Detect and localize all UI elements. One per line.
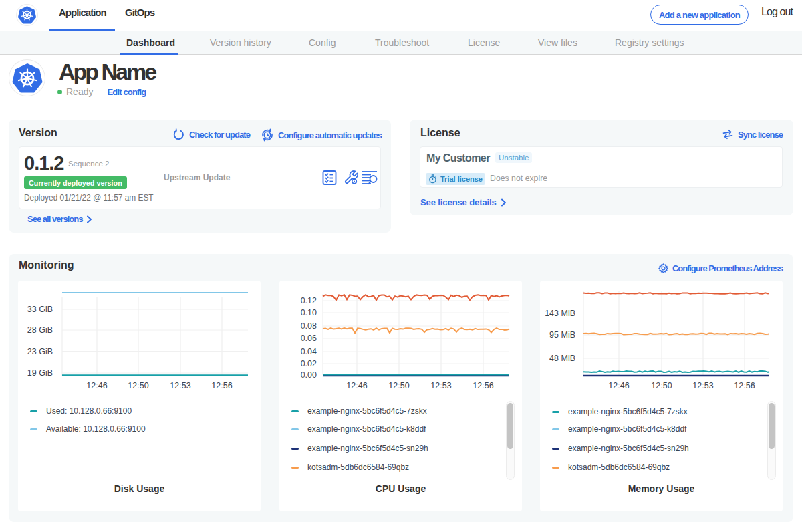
svg-text:28 GiB: 28 GiB xyxy=(27,325,53,335)
svg-text:0.04: 0.04 xyxy=(301,347,317,356)
svg-text:12:50: 12:50 xyxy=(388,381,409,390)
svg-text:12:53: 12:53 xyxy=(692,381,713,390)
svg-text:19 GiB: 19 GiB xyxy=(27,368,53,378)
svg-text:12:56: 12:56 xyxy=(734,381,755,390)
svg-text:143 MiB: 143 MiB xyxy=(545,309,575,318)
svg-text:12:53: 12:53 xyxy=(170,381,190,390)
svg-text:0.02: 0.02 xyxy=(301,359,317,368)
svg-text:0.00: 0.00 xyxy=(301,370,317,380)
svg-text:12:50: 12:50 xyxy=(651,381,672,390)
svg-text:95 MiB: 95 MiB xyxy=(549,330,575,340)
svg-text:12:50: 12:50 xyxy=(128,381,148,390)
svg-text:0.06: 0.06 xyxy=(301,334,317,343)
svg-text:12:46: 12:46 xyxy=(608,381,629,390)
svg-text:12:56: 12:56 xyxy=(473,381,493,390)
svg-text:0.10: 0.10 xyxy=(301,308,317,317)
svg-text:33 GiB: 33 GiB xyxy=(27,305,53,314)
svg-text:0.08: 0.08 xyxy=(301,321,317,331)
svg-text:48 MiB: 48 MiB xyxy=(549,354,575,363)
svg-text:12:46: 12:46 xyxy=(346,381,367,390)
svg-text:12:56: 12:56 xyxy=(211,381,232,390)
svg-text:12:53: 12:53 xyxy=(430,381,451,390)
svg-text:12:46: 12:46 xyxy=(86,381,107,390)
svg-text:0.12: 0.12 xyxy=(301,296,317,305)
svg-text:23 GiB: 23 GiB xyxy=(27,347,53,356)
